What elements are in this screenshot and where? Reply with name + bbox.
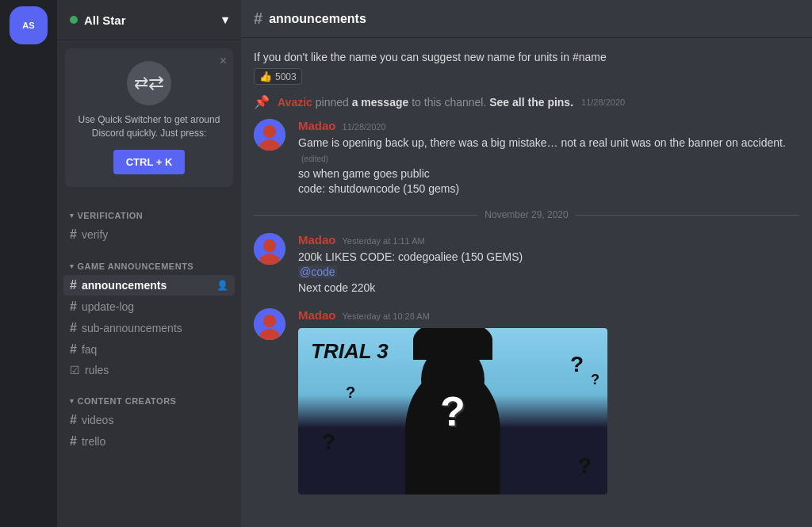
- channel-name-videos: videos: [82, 414, 228, 426]
- category-name-game-announcements: GAME ANNOUNCEMENTS: [78, 262, 194, 271]
- category-content-creators: ▾ CONTENT CREATORS # videos # trello: [57, 393, 241, 453]
- mention-code[interactable]: @code: [298, 265, 337, 278]
- hash-icon: #: [70, 278, 77, 292]
- channel-sidebar: All Star ▾ × ⇄ Use Quick Switcher to get…: [57, 0, 241, 527]
- channel-name-verify: verify: [82, 228, 228, 241]
- pin-icon: 📌: [254, 94, 270, 109]
- question-mark-4: ?: [322, 430, 335, 455]
- server-status-dot: [70, 16, 78, 24]
- hash-icon: #: [70, 300, 77, 314]
- system-message-pin: 📌 Avazic pinned a message to this channe…: [254, 94, 799, 109]
- server-icon-allstar[interactable]: AS: [10, 6, 48, 44]
- server-icon-label: AS: [22, 21, 34, 30]
- message-text-madao-1b: so when game goes public: [298, 166, 799, 181]
- date-divider: November 29, 2020: [254, 209, 799, 220]
- see-all-pins-link[interactable]: See all the pins.: [489, 96, 573, 109]
- server-bar: AS: [0, 0, 57, 527]
- main-content: # announcements If you don't like the na…: [241, 0, 812, 527]
- message-meta-madao-1: Madao 11/28/2020: [298, 119, 799, 132]
- category-arrow-icon: ▾: [70, 212, 75, 220]
- message-timestamp-madao-1: 11/28/2020: [343, 122, 386, 132]
- arrows-icon: ⇄: [148, 72, 164, 94]
- channel-header-hash-icon: #: [254, 10, 262, 28]
- category-label-verification[interactable]: ▾ VERIFICATION: [63, 208, 235, 223]
- quick-switcher-description: Use Quick Switcher to get around Discord…: [78, 113, 220, 140]
- system-message-text: Avazic pinned a message to this channel.…: [278, 96, 573, 109]
- channel-item-sub-announcements[interactable]: # sub-announcements: [63, 318, 235, 338]
- message-meta-madao-2: Madao Yesterday at 1:11 AM: [298, 233, 799, 246]
- reaction-thumbsup[interactable]: 👍 5003: [254, 68, 302, 85]
- system-message-link[interactable]: a message: [352, 96, 409, 109]
- system-action-text: pinned: [316, 96, 352, 109]
- category-label-game-announcements[interactable]: ▾ GAME ANNOUNCEMENTS: [63, 258, 235, 274]
- channel-item-trello[interactable]: # trello: [63, 431, 235, 452]
- quick-switcher-popup: × ⇄ Use Quick Switcher to get around Dis…: [65, 48, 233, 187]
- category-name-content-creators: CONTENT CREATORS: [78, 396, 177, 406]
- channel-name-rules: rules: [85, 364, 228, 376]
- message-text-madao-1a: Game is opening back up, there was a big…: [298, 136, 799, 166]
- checkbox-icon: ☑: [70, 364, 80, 376]
- category-verification: ▾ VERIFICATION # verify: [57, 208, 241, 246]
- message-content-madao-3: Madao Yesterday at 10:28 AM TRIAL 3: [298, 308, 799, 495]
- category-game-announcements: ▾ GAME ANNOUNCEMENTS # announcements 👤 #…: [57, 258, 241, 380]
- quick-switcher-shortcut[interactable]: CTRL + K: [113, 150, 186, 174]
- svg-point-4: [263, 239, 276, 252]
- channel-name-trello: trello: [82, 435, 228, 448]
- hash-icon: #: [70, 321, 77, 335]
- message-timestamp-madao-3: Yesterday at 10:28 AM: [343, 311, 430, 321]
- avatar-madao: [254, 119, 285, 151]
- svg-point-7: [263, 315, 276, 327]
- initial-message: If you don't like the name you can sugge…: [254, 51, 799, 85]
- category-label-content-creators[interactable]: ▾ CONTENT CREATORS: [63, 393, 235, 409]
- channel-item-announcements[interactable]: # announcements 👤: [63, 275, 235, 296]
- message-author-madao: Madao: [298, 119, 336, 132]
- category-arrow-icon: ▾: [70, 397, 75, 405]
- channel-name-faq: faq: [82, 343, 228, 356]
- message-text-madao-2c: Next code 220k: [298, 281, 799, 296]
- hash-icon: #: [70, 227, 77, 242]
- hash-icon: #: [70, 342, 77, 357]
- message-madao-3: Madao Yesterday at 10:28 AM TRIAL 3: [254, 308, 799, 495]
- reaction-count: 5003: [275, 71, 297, 82]
- channel-item-update-log[interactable]: # update-log: [63, 296, 235, 317]
- server-title-group: All Star: [70, 13, 126, 27]
- thumbsup-emoji: 👍: [259, 71, 272, 82]
- question-mark-5: ?: [346, 384, 355, 402]
- avatar-madao-2: [254, 233, 285, 265]
- message-text-madao-2a: 200k LIKES CODE: codegoaliee (150 GEMS): [298, 250, 799, 265]
- channel-item-faq[interactable]: # faq: [63, 339, 235, 360]
- category-name-verification: VERIFICATION: [78, 211, 144, 220]
- channel-header-name: announcements: [269, 12, 366, 26]
- channel-header: # announcements: [241, 0, 812, 38]
- silhouette-hair: [413, 328, 492, 360]
- channel-item-videos[interactable]: # videos: [63, 410, 235, 430]
- avatar-madao-3: [254, 308, 285, 340]
- quick-switcher-icon: ⇄: [127, 61, 171, 105]
- channel-name-sub-announcements: sub-announcements: [82, 322, 228, 334]
- trial-image: TRIAL 3 ? ? ? ? ? ?: [298, 328, 607, 495]
- hash-icon: #: [70, 434, 77, 449]
- system-timestamp: 11/28/2020: [581, 97, 625, 107]
- message-author-madao-3: Madao: [298, 308, 336, 322]
- channel-item-verify[interactable]: # verify: [63, 224, 235, 245]
- server-header[interactable]: All Star ▾: [57, 0, 241, 40]
- date-divider-text: November 29, 2020: [485, 209, 568, 220]
- message-madao-1: Madao 11/28/2020 Game is opening back up…: [254, 119, 799, 197]
- messages-area[interactable]: If you don't like the name you can sugge…: [241, 38, 812, 527]
- message-text-madao-2b: @code: [298, 265, 799, 280]
- question-mark-3: ?: [578, 453, 592, 479]
- svg-point-1: [263, 125, 276, 138]
- trial-image-embed: TRIAL 3 ? ? ? ? ? ?: [298, 328, 615, 495]
- channel-name-announcements: announcements: [82, 279, 212, 292]
- channel-name-update-log: update-log: [82, 300, 228, 313]
- question-mark-2: ?: [591, 372, 599, 388]
- channel-item-rules[interactable]: ☑ rules: [63, 361, 235, 380]
- close-icon[interactable]: ×: [220, 55, 227, 67]
- category-arrow-icon: ▾: [70, 262, 75, 270]
- center-question-mark: ?: [440, 388, 465, 435]
- hash-icon: #: [70, 413, 77, 427]
- message-text-madao-1c: code: shutdowncode (150 gems): [298, 181, 799, 197]
- trial-3-label: TRIAL 3: [311, 339, 389, 364]
- message-author-madao-2: Madao: [298, 233, 336, 246]
- chevron-down-icon: ▾: [222, 13, 228, 27]
